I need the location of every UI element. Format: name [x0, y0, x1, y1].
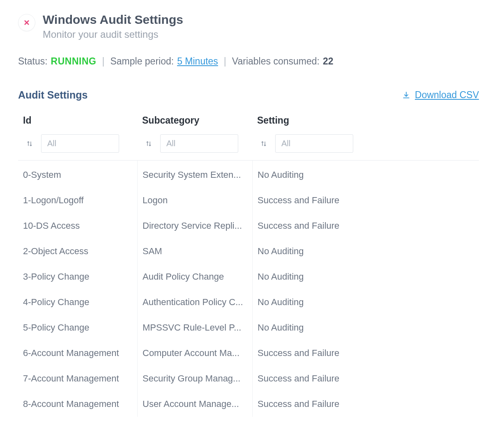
audit-settings-panel: Windows Audit Settings Monitor your audi…	[0, 0, 497, 433]
section-title: Audit Settings	[18, 89, 87, 101]
table-row[interactable]: 2-Object AccessSAMNo Auditing	[18, 239, 479, 264]
table-row[interactable]: 0-SystemSecurity System Exten...No Audit…	[18, 161, 479, 188]
sample-period-link[interactable]: 5 Minutes	[177, 56, 218, 67]
table-row[interactable]: 1-Logon/LogoffLogonSuccess and Failure	[18, 188, 479, 213]
download-csv-link[interactable]: Download CSV	[402, 90, 479, 101]
close-icon	[23, 19, 30, 26]
cell-setting: No Auditing	[252, 315, 479, 340]
sort-icon	[26, 140, 33, 147]
cell-id: 7-Account Management	[18, 366, 137, 391]
divider: |	[102, 56, 104, 67]
cell-subcategory: Audit Policy Change	[137, 264, 252, 289]
table-body: 0-SystemSecurity System Exten...No Audit…	[18, 160, 479, 417]
section-header: Audit Settings Download CSV	[18, 89, 479, 101]
page-title: Windows Audit Settings	[43, 12, 183, 27]
table-row[interactable]: 3-Policy ChangeAudit Policy ChangeNo Aud…	[18, 264, 479, 289]
cell-subcategory: Security System Exten...	[137, 161, 252, 188]
cell-subcategory: Logon	[137, 188, 252, 213]
table-row[interactable]: 10-DS AccessDirectory Service Repli...Su…	[18, 213, 479, 239]
cell-id: 2-Object Access	[18, 239, 137, 264]
table-row[interactable]: 8-Account ManagementUser Account Manage.…	[18, 391, 479, 417]
table-filter-row	[18, 134, 479, 160]
cell-setting: No Auditing	[252, 264, 479, 289]
filter-input-subcategory[interactable]	[160, 134, 238, 153]
page-subtitle: Monitor your audit settings	[43, 29, 183, 40]
cell-id: 1-Logon/Logoff	[18, 188, 137, 213]
cell-setting: No Auditing	[252, 289, 479, 315]
cell-setting: No Auditing	[252, 161, 479, 188]
variables-consumed-label: Variables consumed:	[232, 56, 320, 67]
audit-settings-table: Id Subcategory Setting	[18, 115, 479, 417]
cell-subcategory: Security Group Manag...	[137, 366, 252, 391]
download-icon	[402, 91, 411, 100]
cell-setting: Success and Failure	[252, 391, 479, 417]
panel-header: Windows Audit Settings Monitor your audi…	[18, 12, 479, 40]
sort-button-setting[interactable]	[257, 137, 270, 150]
close-button[interactable]	[18, 14, 35, 31]
table-row[interactable]: 6-Account ManagementComputer Account Ma.…	[18, 340, 479, 366]
cell-id: 4-Policy Change	[18, 289, 137, 315]
sort-icon	[260, 140, 267, 147]
column-header-setting[interactable]: Setting	[257, 115, 474, 126]
cell-setting: Success and Failure	[252, 188, 479, 213]
sort-button-id[interactable]	[23, 137, 36, 150]
cell-id: 6-Account Management	[18, 340, 137, 366]
cell-subcategory: Authentication Policy C...	[137, 289, 252, 315]
sort-icon	[145, 140, 152, 147]
table-row[interactable]: 4-Policy ChangeAuthentication Policy C..…	[18, 289, 479, 315]
filter-input-setting[interactable]	[275, 134, 353, 153]
cell-setting: Success and Failure	[252, 366, 479, 391]
cell-id: 8-Account Management	[18, 391, 137, 417]
sort-button-subcategory[interactable]	[142, 137, 155, 150]
column-header-subcategory[interactable]: Subcategory	[142, 115, 247, 126]
cell-id: 5-Policy Change	[18, 315, 137, 340]
cell-setting: Success and Failure	[252, 213, 479, 239]
cell-subcategory: MPSSVC Rule-Level P...	[137, 315, 252, 340]
cell-setting: Success and Failure	[252, 340, 479, 366]
column-header-id[interactable]: Id	[23, 115, 132, 126]
sample-period-label: Sample period:	[110, 56, 174, 67]
cell-id: 0-System	[18, 161, 137, 188]
download-csv-label: Download CSV	[415, 90, 479, 101]
cell-id: 10-DS Access	[18, 213, 137, 239]
cell-subcategory: Directory Service Repli...	[137, 213, 252, 239]
status-value: RUNNING	[51, 56, 97, 67]
status-line: Status: RUNNING | Sample period: 5 Minut…	[18, 56, 479, 67]
cell-setting: No Auditing	[252, 239, 479, 264]
cell-subcategory: User Account Manage...	[137, 391, 252, 417]
table-row[interactable]: 7-Account ManagementSecurity Group Manag…	[18, 366, 479, 391]
cell-subcategory: Computer Account Ma...	[137, 340, 252, 366]
filter-input-id[interactable]	[41, 134, 119, 153]
variables-consumed-value: 22	[323, 56, 334, 67]
status-label: Status:	[18, 56, 48, 67]
table-row[interactable]: 5-Policy ChangeMPSSVC Rule-Level P...No …	[18, 315, 479, 340]
cell-subcategory: SAM	[137, 239, 252, 264]
divider: |	[224, 56, 226, 67]
cell-id: 3-Policy Change	[18, 264, 137, 289]
table-header: Id Subcategory Setting	[18, 115, 479, 126]
